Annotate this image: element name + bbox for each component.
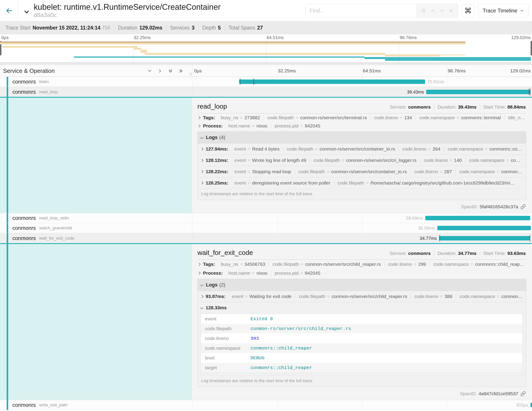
log-field: code.lineno=287 <box>410 169 456 174</box>
chevron-down-icon <box>200 306 203 309</box>
chevron-right-icon <box>200 147 203 151</box>
span-bar[interactable] <box>437 226 531 230</box>
expand-all-icon[interactable] <box>179 68 183 73</box>
start-time-value: 93.63ms <box>507 251 526 256</box>
keyboard-shortcuts-button[interactable]: ⌘ <box>462 4 475 17</box>
log-field: event=Read 4 bytes <box>231 146 283 152</box>
minimap-span-segment <box>0 43 466 44</box>
tag-field: busy_ns=273882 <box>217 115 264 120</box>
focus-match-icon[interactable] <box>421 8 426 13</box>
span-row-listen[interactable]: conmonrs listen 70.91ms <box>0 77 532 87</box>
minimap-span-segment <box>2 46 137 48</box>
column-resize-grip[interactable] <box>190 73 191 76</box>
log-entry[interactable]: 127.94ms: event=Read 4 bytes code.filepa… <box>198 143 526 155</box>
minimap-span-segment <box>145 53 385 55</box>
service-value: conmonrs <box>408 251 431 256</box>
process-field: host.name=nixos <box>225 270 271 276</box>
log-entry[interactable]: 128.12ms: event=Wrote log line of length… <box>198 155 526 166</box>
span-row-wait-for-exit-code[interactable]: conmonrs wait_for_exit_code 34.77ms <box>0 233 532 243</box>
back-button[interactable] <box>0 0 18 21</box>
expand-one-icon[interactable] <box>158 68 162 73</box>
field-value: conmon-rs/server/src/child_reaper.rs <box>250 326 351 331</box>
span-bar[interactable] <box>439 236 530 240</box>
span-detail-meta: Service:conmonrs Duration:34.77ms Start … <box>387 251 526 256</box>
service-label: Service: <box>390 251 407 256</box>
find-input[interactable] <box>306 4 417 17</box>
process-field: process.pid=942045 <box>271 123 324 128</box>
clear-find-icon[interactable] <box>449 8 454 13</box>
view-selector-label: Trace Timeline <box>483 8 518 14</box>
service-name: conmonrs <box>12 215 36 221</box>
span-detail-gutter <box>0 98 192 213</box>
span-name-cell: conmonrs listen <box>0 77 192 87</box>
ruler-tick: 64.51ms <box>363 68 381 73</box>
log-field-row: target conmonrs::child_reaper <box>201 363 522 372</box>
log-field: code.namespace=co… <box>465 158 524 163</box>
view-selector-button[interactable]: Trace Timeline <box>478 4 529 18</box>
minimap-right-handle[interactable] <box>531 41 532 55</box>
page-title: kubelet: runtime.v1.RuntimeService/Creat… <box>34 2 220 11</box>
span-row-read-loop-stdin[interactable]: conmonrs read_loop_stdin 39.69ms <box>0 213 532 223</box>
collapse-one-icon[interactable] <box>147 68 152 73</box>
ruler-tick: 0μs <box>194 68 202 73</box>
log-field: event=Wrote log line of length 49 <box>231 158 310 163</box>
log-marker <box>240 78 240 85</box>
minimap[interactable] <box>0 40 532 63</box>
log-field-row: event Exited 0 <box>201 314 522 324</box>
log-timestamp: 128.22ms: <box>206 169 228 174</box>
span-duration-label: 34.77ms <box>420 235 437 241</box>
trace-duration: Duration 129.02ms <box>114 25 166 31</box>
logs-label: Logs <box>206 135 218 140</box>
operation-name: wait_for_exit_code <box>39 236 74 241</box>
prev-match-icon[interactable] <box>430 8 436 13</box>
minimap-span-segment <box>141 50 147 53</box>
log-entry[interactable]: 128.25ms: event=deregistering event sour… <box>198 177 526 188</box>
tag-field: code.lineno=299 <box>384 262 430 267</box>
trace-collapse-toggle[interactable] <box>23 9 30 15</box>
span-id-label: SpanID: <box>461 204 478 209</box>
span-bar[interactable] <box>531 403 532 407</box>
logs-label: Logs <box>206 282 218 288</box>
chevron-right-icon <box>198 124 200 127</box>
minimap-span-segment <box>74 56 364 58</box>
log-timestamp: 93.87ms: <box>206 294 226 299</box>
log-entry[interactable]: 128.22ms: event=Stopping read loop code.… <box>198 166 526 177</box>
operation-name: read_loop <box>39 89 58 94</box>
span-row-watch-grandchild[interactable]: conmonrs watch_grandchild 35.58ms <box>0 223 532 233</box>
trace-total-spans: Total Spans 27 <box>225 25 267 31</box>
collapse-all-icon[interactable] <box>168 68 173 73</box>
span-bar-cell: 70.91ms <box>192 77 532 87</box>
logs-section-toggle[interactable]: Logs (2) <box>198 279 526 291</box>
tags-section-toggle[interactable]: Tags: busy_ns=34506763 code.filepath=con… <box>198 260 526 269</box>
field-key: level <box>205 355 250 361</box>
span-bar[interactable] <box>426 90 530 94</box>
chevron-down-icon <box>200 136 203 139</box>
service-color-bar <box>7 223 8 233</box>
process-section-toggle[interactable]: Process: host.name=nixos process.pid=942… <box>198 122 526 130</box>
trace-summary-bar: Trace Start November 15 2022, 11:24:14.7… <box>0 21 532 34</box>
chevron-right-icon <box>200 170 203 173</box>
deep-link-icon[interactable] <box>521 204 526 209</box>
span-bar[interactable] <box>425 216 531 220</box>
logs-section-toggle[interactable]: Logs (4) <box>198 132 526 143</box>
log-field-row: code.namespace conmonrs::child_reaper <box>201 343 522 353</box>
total-spans-value: 27 <box>257 25 263 31</box>
minimap-tick-labels: 0μs 32.25ms 64.51ms 96.76ms 129.02ms <box>0 34 532 40</box>
log-field: event=Stopping read loop <box>231 169 295 174</box>
span-row-write-exit-path[interactable]: conmonrs write_exit_path 303μs <box>0 400 532 410</box>
log-entry[interactable]: 93.87ms: event=Waiting for exit code cod… <box>198 291 526 302</box>
span-name-cell: conmonrs write_exit_path <box>0 400 192 410</box>
deep-link-icon[interactable] <box>521 391 526 396</box>
span-detail-read-loop: read_loop Service:conmonrs Duration:39.4… <box>0 97 532 213</box>
log-field: event=deregistering event source from po… <box>231 180 334 186</box>
chevron-right-icon <box>198 263 200 266</box>
span-row-read-loop[interactable]: conmonrs read_loop 39.43ms <box>0 87 532 97</box>
span-bar[interactable] <box>239 79 425 84</box>
trace-id: d8a3a0c <box>34 12 220 19</box>
log-entry-expanded-toggle[interactable]: 128.33ms <box>198 302 526 313</box>
process-section-toggle[interactable]: Process: host.name=nixos process.pid=942… <box>198 269 526 278</box>
tags-section-toggle[interactable]: Tags: busy_ns=273882 code.filepath=conmo… <box>198 113 526 122</box>
log-timestamp: 128.25ms: <box>206 180 228 186</box>
span-id-value: 4a947cfd1ce59537 <box>479 391 518 396</box>
next-match-icon[interactable] <box>439 8 445 13</box>
